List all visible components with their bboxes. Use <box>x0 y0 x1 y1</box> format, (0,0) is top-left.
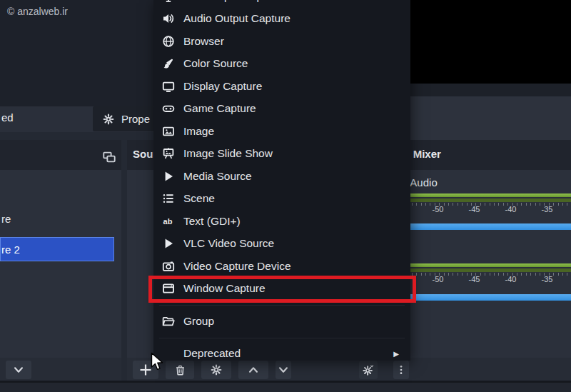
meter-tick-label: -40 <box>492 205 529 213</box>
chevron-down-icon <box>276 363 291 377</box>
menu-item-label: Browser <box>183 35 224 48</box>
highlight-box <box>148 276 416 303</box>
right-toolbar-band <box>400 96 571 140</box>
monitor-icon <box>161 79 176 94</box>
menu-item-label: Video Capture Device <box>183 260 291 273</box>
menu-item-image[interactable]: Image ▶ <box>153 120 410 143</box>
scene-item-label: re <box>1 213 11 225</box>
folder-open-icon <box>161 314 176 328</box>
meter-tick-label: -45 <box>456 275 492 283</box>
menu-item-label: Game Capture <box>183 102 256 115</box>
menu-item-scene[interactable]: Scene ▶ <box>153 188 410 211</box>
menu-item-deprecated[interactable]: Deprecated ▶ <box>153 343 410 366</box>
menu-item-display-capture[interactable]: Display Capture ▶ <box>153 75 410 98</box>
menu-item-label: Image <box>183 125 214 138</box>
gear-icon <box>208 363 224 377</box>
image-icon <box>161 124 176 139</box>
chevron-up-icon <box>246 363 261 377</box>
menu-item-group[interactable]: Group ▶ <box>153 310 410 333</box>
chevron-down-icon <box>11 363 26 377</box>
menu-item-label: Deprecated <box>183 347 241 360</box>
scene-item-re-2[interactable]: re 2 <box>0 237 114 261</box>
menu-item-label: Group <box>183 315 214 328</box>
mouse-cursor-icon <box>151 352 165 372</box>
move-scene-down-button[interactable] <box>6 361 31 379</box>
paintbrush-icon <box>161 56 176 71</box>
black-preview-area <box>403 0 571 84</box>
meter-tick-label: -45 <box>456 205 492 213</box>
gear-advanced-icon <box>360 363 376 377</box>
svg-text:ab: ab <box>163 217 173 226</box>
kebab-icon <box>393 363 409 377</box>
menu-item-vlc-video-source[interactable]: VLC Video Source ▶ <box>153 233 410 256</box>
menu-item-label: Image Slide Show <box>183 147 273 160</box>
camera-icon <box>161 259 176 273</box>
trash-icon <box>172 363 188 377</box>
menu-item-label: Media Source <box>183 170 252 183</box>
meter-scale: -50-45-40-35 <box>420 275 571 283</box>
menu-item-image-slide-show[interactable]: Image Slide Show ▶ <box>153 143 410 166</box>
meter-tick-label: -35 <box>529 275 565 283</box>
menu-item-video-capture-device[interactable]: Video Capture Device ▶ <box>153 255 410 278</box>
menu-item-audio-output-capture[interactable]: Audio Output Capture ▶ <box>153 8 410 31</box>
globe-icon <box>161 34 176 49</box>
scene-item-re[interactable]: re <box>0 206 114 231</box>
obs-window: © anzalweb.ir ed Prope Sources Audio Mix… <box>0 0 571 392</box>
menu-item-color-source[interactable]: Color Source ▶ <box>153 53 410 76</box>
watermark-text: © anzalweb.ir <box>7 6 68 17</box>
scene-list: re re 2 <box>0 206 121 268</box>
meter-tick-label: -50 <box>420 275 456 283</box>
meter-scale: -50-45-40-35 <box>420 205 571 213</box>
microphone-icon <box>161 0 176 4</box>
submenu-arrow-icon: ▶ <box>393 350 399 358</box>
gear-icon <box>101 112 116 126</box>
menu-item-label: Scene <box>183 192 215 205</box>
properties-button-label: Prope <box>121 113 150 125</box>
gamepad-icon <box>161 101 176 116</box>
status-bar <box>0 383 571 392</box>
toolbar-text-fragment: ed <box>1 111 14 124</box>
menu-item-media-source[interactable]: Media Source ▶ <box>153 165 410 188</box>
slideshow-icon <box>161 146 176 161</box>
text-icon: ab <box>161 214 176 228</box>
play-icon <box>161 236 176 251</box>
menu-item-label: Audio Input Capture <box>183 0 282 3</box>
speaker-icon <box>161 11 176 26</box>
menu-separator <box>153 333 410 343</box>
menu-item-game-capture[interactable]: Game Capture ▶ <box>153 98 410 121</box>
meter-tick-label: -40 <box>492 275 529 283</box>
menu-item-label: VLC Video Source <box>183 237 274 250</box>
properties-button[interactable]: Prope <box>93 106 154 131</box>
menu-item-label: Color Source <box>183 57 248 70</box>
menu-item-label: Audio Output Capture <box>183 12 290 25</box>
play-icon <box>161 169 176 184</box>
scene-item-label: re 2 <box>1 243 20 256</box>
menu-item-audio-input-capture[interactable]: Audio Input Capture ▶ <box>153 0 410 8</box>
panel-divider <box>121 358 127 381</box>
add-source-menu: Audio Input Capture ▶ Audio Output Captu… <box>153 0 410 361</box>
menu-item-text-gdi[interactable]: ab Text (GDI+) ▶ <box>153 210 410 233</box>
meter-tick-label: -35 <box>529 205 565 213</box>
menu-item-browser[interactable]: Browser ▶ <box>153 30 410 53</box>
menu-item-label: Display Capture <box>183 80 262 93</box>
popout-dock-icon[interactable] <box>101 149 117 165</box>
scenes-toolbar <box>6 361 31 379</box>
menu-item-label: Text (GDI+) <box>183 215 241 228</box>
preview-bottom-band <box>403 84 571 96</box>
list-icon <box>161 191 176 206</box>
meter-tick-label: -50 <box>420 205 456 213</box>
